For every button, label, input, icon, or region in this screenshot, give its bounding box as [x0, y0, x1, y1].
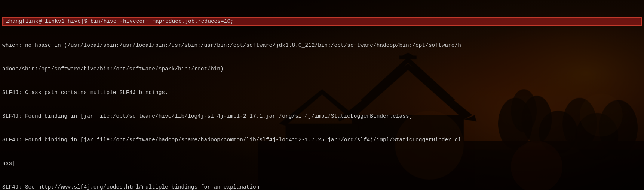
terminal-content: [zhangflink@flinkv1 hive]$ bin/hive -hiv… — [0, 0, 644, 190]
line-slf4: ass] — [2, 160, 642, 168]
terminal-container: [zhangflink@flinkv1 hive]$ bin/hive -hiv… — [0, 0, 644, 190]
line-slf5: SLF4J: See http://www.slf4j.org/codes.ht… — [2, 183, 642, 190]
line-slf2: SLF4J: Found binding in [jar:file:/opt/s… — [2, 112, 642, 120]
line-slf3: SLF4J: Found binding in [jar:file:/opt/s… — [2, 136, 642, 144]
line-command: [zhangflink@flinkv1 hive]$ bin/hive -hiv… — [2, 17, 642, 26]
line-which: which: no hbase in (/usr/local/sbin:/usr… — [2, 42, 642, 49]
line-slf1: SLF4J: Class path contains multiple SLF4… — [2, 89, 642, 97]
line-which2: adoop/sbin:/opt/software/hive/bin:/opt/s… — [2, 65, 642, 73]
